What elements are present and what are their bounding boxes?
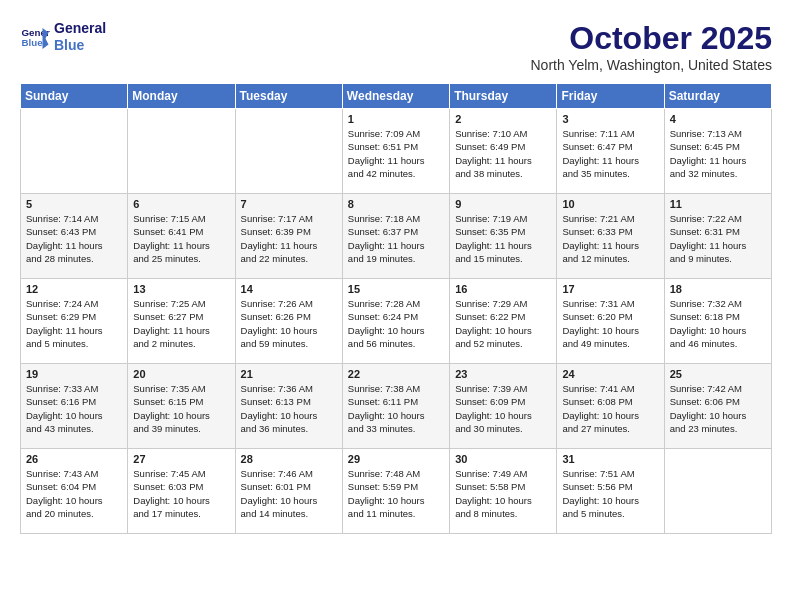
day-number: 31 [562, 453, 658, 465]
title-block: October 2025 North Yelm, Washington, Uni… [531, 20, 773, 73]
day-number: 26 [26, 453, 122, 465]
day-info: Sunrise: 7:33 AMSunset: 6:16 PMDaylight:… [26, 382, 122, 435]
calendar-cell: 5Sunrise: 7:14 AMSunset: 6:43 PMDaylight… [21, 194, 128, 279]
day-info: Sunrise: 7:13 AMSunset: 6:45 PMDaylight:… [670, 127, 766, 180]
day-info: Sunrise: 7:28 AMSunset: 6:24 PMDaylight:… [348, 297, 444, 350]
calendar-cell: 22Sunrise: 7:38 AMSunset: 6:11 PMDayligh… [342, 364, 449, 449]
location: North Yelm, Washington, United States [531, 57, 773, 73]
col-header-monday: Monday [128, 84, 235, 109]
calendar-cell: 2Sunrise: 7:10 AMSunset: 6:49 PMDaylight… [450, 109, 557, 194]
day-info: Sunrise: 7:21 AMSunset: 6:33 PMDaylight:… [562, 212, 658, 265]
day-number: 27 [133, 453, 229, 465]
calendar-cell: 24Sunrise: 7:41 AMSunset: 6:08 PMDayligh… [557, 364, 664, 449]
calendar-cell: 18Sunrise: 7:32 AMSunset: 6:18 PMDayligh… [664, 279, 771, 364]
day-number: 10 [562, 198, 658, 210]
day-info: Sunrise: 7:42 AMSunset: 6:06 PMDaylight:… [670, 382, 766, 435]
day-info: Sunrise: 7:19 AMSunset: 6:35 PMDaylight:… [455, 212, 551, 265]
day-number: 16 [455, 283, 551, 295]
day-number: 20 [133, 368, 229, 380]
calendar-cell: 30Sunrise: 7:49 AMSunset: 5:58 PMDayligh… [450, 449, 557, 534]
day-number: 14 [241, 283, 337, 295]
calendar-cell: 6Sunrise: 7:15 AMSunset: 6:41 PMDaylight… [128, 194, 235, 279]
day-info: Sunrise: 7:36 AMSunset: 6:13 PMDaylight:… [241, 382, 337, 435]
calendar-cell: 23Sunrise: 7:39 AMSunset: 6:09 PMDayligh… [450, 364, 557, 449]
day-number: 6 [133, 198, 229, 210]
day-info: Sunrise: 7:24 AMSunset: 6:29 PMDaylight:… [26, 297, 122, 350]
calendar-cell: 26Sunrise: 7:43 AMSunset: 6:04 PMDayligh… [21, 449, 128, 534]
calendar-cell [21, 109, 128, 194]
calendar-week-2: 5Sunrise: 7:14 AMSunset: 6:43 PMDaylight… [21, 194, 772, 279]
day-info: Sunrise: 7:38 AMSunset: 6:11 PMDaylight:… [348, 382, 444, 435]
col-header-thursday: Thursday [450, 84, 557, 109]
day-number: 13 [133, 283, 229, 295]
day-info: Sunrise: 7:51 AMSunset: 5:56 PMDaylight:… [562, 467, 658, 520]
logo-text-general: General [54, 20, 106, 37]
calendar-cell: 3Sunrise: 7:11 AMSunset: 6:47 PMDaylight… [557, 109, 664, 194]
calendar-week-4: 19Sunrise: 7:33 AMSunset: 6:16 PMDayligh… [21, 364, 772, 449]
calendar-cell: 19Sunrise: 7:33 AMSunset: 6:16 PMDayligh… [21, 364, 128, 449]
day-number: 21 [241, 368, 337, 380]
calendar-body: 1Sunrise: 7:09 AMSunset: 6:51 PMDaylight… [21, 109, 772, 534]
day-info: Sunrise: 7:39 AMSunset: 6:09 PMDaylight:… [455, 382, 551, 435]
calendar-cell: 20Sunrise: 7:35 AMSunset: 6:15 PMDayligh… [128, 364, 235, 449]
day-number: 24 [562, 368, 658, 380]
svg-text:Blue: Blue [22, 37, 44, 48]
calendar-cell: 17Sunrise: 7:31 AMSunset: 6:20 PMDayligh… [557, 279, 664, 364]
day-info: Sunrise: 7:49 AMSunset: 5:58 PMDaylight:… [455, 467, 551, 520]
day-number: 29 [348, 453, 444, 465]
calendar-cell: 21Sunrise: 7:36 AMSunset: 6:13 PMDayligh… [235, 364, 342, 449]
day-info: Sunrise: 7:17 AMSunset: 6:39 PMDaylight:… [241, 212, 337, 265]
day-info: Sunrise: 7:41 AMSunset: 6:08 PMDaylight:… [562, 382, 658, 435]
day-info: Sunrise: 7:11 AMSunset: 6:47 PMDaylight:… [562, 127, 658, 180]
page-header: General Blue General Blue October 2025 N… [20, 20, 772, 73]
calendar-cell [235, 109, 342, 194]
calendar-cell: 13Sunrise: 7:25 AMSunset: 6:27 PMDayligh… [128, 279, 235, 364]
calendar-cell: 1Sunrise: 7:09 AMSunset: 6:51 PMDaylight… [342, 109, 449, 194]
day-info: Sunrise: 7:10 AMSunset: 6:49 PMDaylight:… [455, 127, 551, 180]
calendar-cell: 27Sunrise: 7:45 AMSunset: 6:03 PMDayligh… [128, 449, 235, 534]
day-number: 25 [670, 368, 766, 380]
calendar-cell [664, 449, 771, 534]
day-number: 9 [455, 198, 551, 210]
col-header-saturday: Saturday [664, 84, 771, 109]
col-header-sunday: Sunday [21, 84, 128, 109]
calendar-header-row: SundayMondayTuesdayWednesdayThursdayFrid… [21, 84, 772, 109]
day-number: 3 [562, 113, 658, 125]
day-info: Sunrise: 7:29 AMSunset: 6:22 PMDaylight:… [455, 297, 551, 350]
calendar-cell: 10Sunrise: 7:21 AMSunset: 6:33 PMDayligh… [557, 194, 664, 279]
calendar-week-1: 1Sunrise: 7:09 AMSunset: 6:51 PMDaylight… [21, 109, 772, 194]
day-number: 12 [26, 283, 122, 295]
calendar-week-3: 12Sunrise: 7:24 AMSunset: 6:29 PMDayligh… [21, 279, 772, 364]
calendar-table: SundayMondayTuesdayWednesdayThursdayFrid… [20, 83, 772, 534]
calendar-cell: 31Sunrise: 7:51 AMSunset: 5:56 PMDayligh… [557, 449, 664, 534]
col-header-wednesday: Wednesday [342, 84, 449, 109]
calendar-cell: 9Sunrise: 7:19 AMSunset: 6:35 PMDaylight… [450, 194, 557, 279]
day-info: Sunrise: 7:15 AMSunset: 6:41 PMDaylight:… [133, 212, 229, 265]
day-info: Sunrise: 7:25 AMSunset: 6:27 PMDaylight:… [133, 297, 229, 350]
calendar-cell: 29Sunrise: 7:48 AMSunset: 5:59 PMDayligh… [342, 449, 449, 534]
calendar-cell: 11Sunrise: 7:22 AMSunset: 6:31 PMDayligh… [664, 194, 771, 279]
month-title: October 2025 [531, 20, 773, 57]
calendar-cell: 25Sunrise: 7:42 AMSunset: 6:06 PMDayligh… [664, 364, 771, 449]
day-number: 23 [455, 368, 551, 380]
day-info: Sunrise: 7:18 AMSunset: 6:37 PMDaylight:… [348, 212, 444, 265]
day-number: 22 [348, 368, 444, 380]
day-number: 28 [241, 453, 337, 465]
calendar-cell: 4Sunrise: 7:13 AMSunset: 6:45 PMDaylight… [664, 109, 771, 194]
day-info: Sunrise: 7:26 AMSunset: 6:26 PMDaylight:… [241, 297, 337, 350]
day-number: 4 [670, 113, 766, 125]
day-number: 11 [670, 198, 766, 210]
logo: General Blue General Blue [20, 20, 106, 54]
day-info: Sunrise: 7:46 AMSunset: 6:01 PMDaylight:… [241, 467, 337, 520]
calendar-cell: 7Sunrise: 7:17 AMSunset: 6:39 PMDaylight… [235, 194, 342, 279]
calendar-cell: 14Sunrise: 7:26 AMSunset: 6:26 PMDayligh… [235, 279, 342, 364]
day-info: Sunrise: 7:31 AMSunset: 6:20 PMDaylight:… [562, 297, 658, 350]
day-number: 7 [241, 198, 337, 210]
logo-icon: General Blue [20, 22, 50, 52]
logo-text-blue: Blue [54, 37, 84, 54]
day-info: Sunrise: 7:14 AMSunset: 6:43 PMDaylight:… [26, 212, 122, 265]
calendar-cell: 16Sunrise: 7:29 AMSunset: 6:22 PMDayligh… [450, 279, 557, 364]
calendar-week-5: 26Sunrise: 7:43 AMSunset: 6:04 PMDayligh… [21, 449, 772, 534]
day-info: Sunrise: 7:45 AMSunset: 6:03 PMDaylight:… [133, 467, 229, 520]
calendar-cell: 12Sunrise: 7:24 AMSunset: 6:29 PMDayligh… [21, 279, 128, 364]
